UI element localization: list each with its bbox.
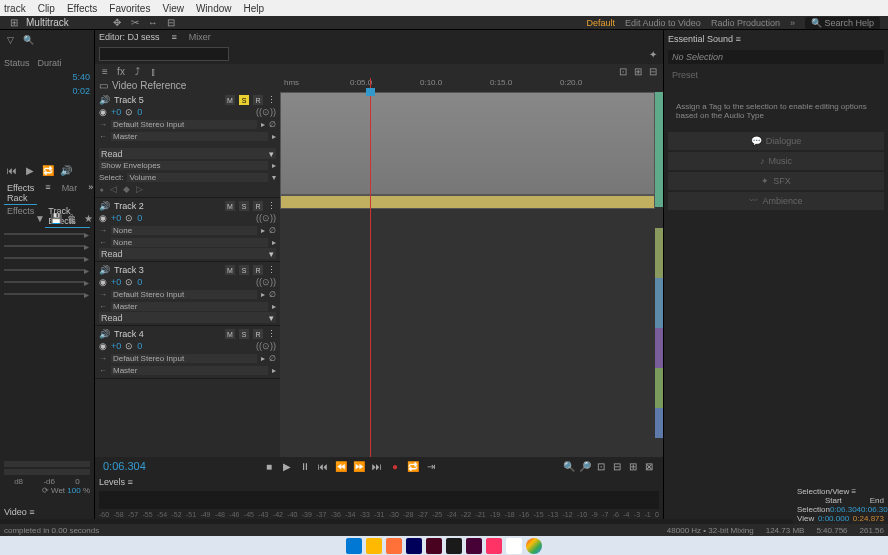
track-color[interactable] [655,408,663,438]
fx-icon[interactable]: fx [115,65,127,77]
vol-knob-icon[interactable]: ◉ [99,277,107,287]
track-color[interactable] [655,278,663,328]
rewind-button[interactable]: ⏪ [335,460,347,472]
effect-slot[interactable] [4,269,84,271]
effects-rack-tab[interactable]: Effects Rack [4,182,37,205]
workspace-default[interactable]: Default [586,18,615,28]
zoom-sel-icon[interactable]: ⊟ [611,460,623,472]
input-select[interactable]: Default Stereo Input [111,120,257,129]
group-icon[interactable]: ⊟ [647,65,659,77]
fx-toggle-icon[interactable]: ≡ [99,65,111,77]
effect-slot[interactable] [4,281,84,283]
volume-icon[interactable]: 🔊 [60,164,72,176]
track-header[interactable]: 🔊 Track 5 M S R ⋮ ◉ +0 ⊙ 0 ((⊙)) →De [95,92,280,198]
ambience-button[interactable]: 〰Ambience [668,192,884,210]
fav-icon[interactable]: ★ [82,212,94,224]
add-keyframe-icon[interactable]: ⬥ [99,184,104,194]
mixer-tab[interactable]: Mixer [189,32,211,42]
pan-knob-icon[interactable]: ⊙ [125,277,133,287]
save-icon[interactable]: 💾 [50,212,62,224]
move-tool-icon[interactable]: ✥ [111,17,123,29]
output-select[interactable]: Master [111,302,268,311]
loop-icon[interactable]: 🔁 [42,164,54,176]
track-menu-icon[interactable]: ⋮ [267,201,276,211]
editor-tab[interactable]: Editor: DJ sess [99,32,160,42]
play-icon[interactable]: ▶ [24,164,36,176]
output-select[interactable]: Master [111,366,268,375]
effect-slot[interactable] [4,245,84,247]
output-slider[interactable] [4,469,90,475]
record-button[interactable]: R [253,329,263,339]
zoom-reset-icon[interactable]: ⊠ [643,460,655,472]
next-keyframe-icon[interactable]: ▷ [136,184,143,194]
menu-item[interactable]: Effects [67,3,97,14]
input-slider[interactable] [4,461,90,467]
envelopes-toggle[interactable]: Show Envelopes [99,161,268,170]
effect-slot[interactable] [4,293,84,295]
automation-mode[interactable]: Read▾ [99,312,276,323]
track-color[interactable] [655,328,663,368]
solo-button[interactable]: S [239,95,249,105]
video-reference-track[interactable]: ▭ Video Reference [95,78,280,92]
chrome-icon[interactable] [526,538,542,554]
time-ruler[interactable]: hms 0:05.0 0:10.0 0:15.0 0:20.0 [280,78,663,92]
output-select[interactable]: None [111,238,268,247]
audio-clip[interactable] [280,92,655,195]
menu-item[interactable]: track [4,3,26,14]
mute-button[interactable]: M [225,329,235,339]
forward-button[interactable]: ⏩ [353,460,365,472]
track-name[interactable]: Track 5 [114,95,221,105]
col-status[interactable]: Status [4,58,30,68]
loop-button[interactable]: 🔁 [407,460,419,472]
timeline[interactable]: hms 0:05.0 0:10.0 0:15.0 0:20.0 [280,78,663,457]
prev-icon[interactable]: ⏮ [6,164,18,176]
vol-knob-icon[interactable]: ◉ [99,341,107,351]
speaker-icon[interactable]: 🔊 [99,201,110,211]
output-select[interactable]: Master [111,132,268,141]
more-icon[interactable]: » [88,182,93,205]
sel-start[interactable]: 0:06.304 [830,505,861,514]
stop-button[interactable]: ■ [263,460,275,472]
pan-value[interactable]: 0 [137,277,142,287]
firefox-icon[interactable] [386,538,402,554]
pan-value[interactable]: 0 [137,341,142,351]
playhead-handle[interactable] [366,88,375,96]
delete-icon[interactable]: 🗑 [66,212,78,224]
preset-icon[interactable]: ▼ [34,212,46,224]
app-icon[interactable] [506,538,522,554]
record-button[interactable]: R [253,95,263,105]
ripple-icon[interactable]: ⊞ [632,65,644,77]
vol-knob-icon[interactable]: ◉ [99,213,107,223]
input-select[interactable]: Default Stereo Input [111,354,257,363]
track-menu-icon[interactable]: ⋮ [267,329,276,339]
menu-item[interactable]: Favorites [109,3,150,14]
wet-value[interactable]: 100 [67,486,80,495]
skip-button[interactable]: ⇥ [425,460,437,472]
vol-value[interactable]: +0 [111,341,121,351]
automation-mode[interactable]: Read▾ [99,148,276,159]
send-icon[interactable]: ⤴ [131,65,143,77]
tab-menu-icon[interactable]: ≡ [172,32,177,42]
sel-end[interactable]: 0:06.304 [861,505,888,514]
snap-icon[interactable]: ⊡ [617,65,629,77]
help-search[interactable]: 🔍 Search Help [805,17,880,29]
track-name[interactable]: Track 3 [114,265,221,275]
vol-value[interactable]: +0 [111,107,121,117]
indesign-icon[interactable] [426,538,442,554]
audition-icon[interactable] [406,538,422,554]
vol-value[interactable]: +0 [111,277,121,287]
record-button[interactable]: R [253,265,263,275]
zoom-in-icon[interactable]: 🔍 [563,460,575,472]
menu-item[interactable]: View [162,3,184,14]
keyframe-icon[interactable]: ◆ [123,184,130,194]
effect-slot[interactable] [4,233,84,235]
mono-icon[interactable]: ∅ [269,120,276,129]
app-icon[interactable] [486,538,502,554]
xd-icon[interactable] [466,538,482,554]
speaker-icon[interactable]: 🔊 [99,95,110,105]
track-header[interactable]: 🔊Track 4MSR⋮ ◉+0⊙0((⊙)) →Default Stereo … [95,326,280,379]
menu-item[interactable]: Help [244,3,265,14]
speaker-icon[interactable]: 🔊 [99,329,110,339]
play-button[interactable]: ▶ [281,460,293,472]
explorer-icon[interactable] [366,538,382,554]
